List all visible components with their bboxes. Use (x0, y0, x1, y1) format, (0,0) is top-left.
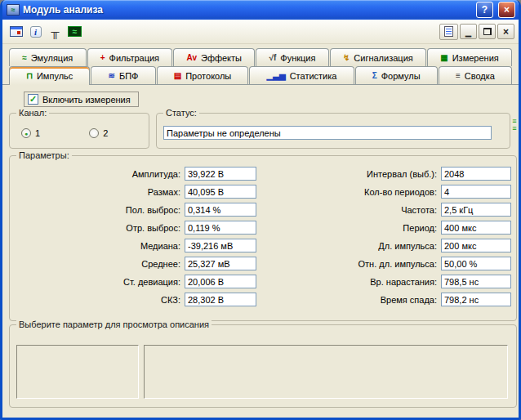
param-label: Ст. девиация: (18, 277, 185, 287)
module-window-icon[interactable] (7, 22, 25, 41)
description-text-panel[interactable] (144, 345, 508, 399)
tab-label: Формулы (381, 71, 421, 81)
radio-label: 1 (35, 128, 40, 138)
tab-impulse[interactable]: ⊓ Импульс (9, 66, 90, 85)
mini-window-glyph (10, 26, 23, 37)
tab-label: Измерения (452, 53, 499, 63)
param-row: Частота: (269, 203, 511, 217)
field-neg-overshoot[interactable] (185, 221, 256, 235)
param-row: Ст. девиация: (18, 275, 256, 288)
tab-protocols[interactable]: ▤ Протоколы (157, 66, 249, 84)
minimize-button[interactable]: ▁ (460, 24, 477, 39)
tab-filtering[interactable]: + Фильтрация (87, 48, 173, 66)
radio-circle[interactable]: ● (21, 128, 31, 138)
field-std-deviation[interactable] (185, 275, 256, 288)
field-period[interactable] (441, 221, 511, 235)
tab-signaling[interactable]: ↯ Сигнализация (330, 48, 426, 66)
child-close-button[interactable]: × (497, 24, 514, 39)
tab-label: Эффекты (201, 53, 242, 63)
report-icon (444, 26, 453, 37)
help-button[interactable]: ? (476, 2, 493, 18)
param-row: Кол-во периодов: (269, 185, 511, 199)
field-pulse-width[interactable] (441, 239, 511, 252)
protocols-icon: ▤ (174, 72, 181, 80)
analysis-module-window: ≈ Модуль анализа ? × i ╥ ≈ ▁ × ≈ Эмуляци… (0, 0, 521, 420)
scope-glyph: ≈ (68, 26, 82, 37)
field-median[interactable] (185, 239, 256, 252)
restore-button[interactable] (479, 24, 496, 39)
emulation-icon: ≈ (22, 54, 27, 62)
tab-measurements[interactable]: ▦ Измерения (427, 48, 512, 66)
field-rise-time[interactable] (441, 275, 511, 288)
tab-label: БПФ (119, 71, 139, 81)
tab-row-2: ⊓ Импульс ≋ БПФ ▤ Протоколы ▁▃▅ Статисти… (9, 66, 512, 84)
restore-icon (483, 28, 492, 35)
app-icon: ≈ (7, 4, 20, 16)
tab-fft[interactable]: ≋ БПФ (91, 66, 155, 84)
field-fall-time[interactable] (441, 293, 511, 306)
tab-label: Эмуляция (31, 53, 73, 63)
field-mean[interactable] (185, 257, 256, 270)
channel-group-label: Канал: (16, 108, 49, 118)
connector-glyph: ╥ (51, 25, 60, 38)
field-pos-overshoot[interactable] (185, 203, 256, 217)
signaling-icon: ↯ (343, 54, 350, 62)
param-row: Время спада: (269, 293, 511, 306)
field-duty-cycle[interactable] (441, 257, 511, 270)
channel-2-radio[interactable]: 2 (89, 128, 108, 138)
param-row: Отн. дл. импульса: (269, 257, 511, 270)
measurements-icon: ▦ (440, 54, 448, 62)
status-field[interactable] (163, 126, 492, 140)
field-peak-to-peak[interactable] (185, 185, 256, 199)
param-label: Частота: (269, 205, 441, 215)
param-label: Вр. нарастания: (269, 277, 441, 287)
tab-summary[interactable]: ≡ Сводка (439, 66, 512, 84)
param-row: Медиана: (18, 239, 256, 252)
parameters-left-column: Амплитуда: Размах: Пол. выброс: Отр. выб… (18, 167, 256, 306)
status-group-label: Статус: (163, 108, 199, 118)
field-amplitude[interactable] (185, 167, 256, 181)
titlebar[interactable]: ≈ Модуль анализа ? × (2, 0, 519, 20)
tab-function[interactable]: √f Функция (256, 48, 328, 66)
param-row: Дл. импульса: (269, 239, 511, 252)
param-label: Время спада: (269, 295, 441, 305)
tab-statistics[interactable]: ▁▃▅ Статистика (249, 66, 354, 84)
tab-row-1: ≈ Эмуляция + Фильтрация Av Эффекты √f Фу… (9, 48, 512, 66)
channel-1-radio[interactable]: ● 1 (21, 128, 40, 138)
field-interval-samples[interactable] (441, 167, 511, 181)
description-list-panel[interactable] (16, 345, 139, 399)
fft-icon: ≋ (109, 72, 115, 80)
field-rms[interactable] (185, 293, 256, 306)
param-label: Отр. выброс: (18, 223, 185, 233)
parameters-group: Параметры: Амплитуда: Размах: Пол. выбро… (9, 155, 517, 321)
tab-formulas[interactable]: Σ Формулы (355, 66, 438, 84)
status-side-icons[interactable]: ≡ ≡ (510, 118, 519, 132)
field-period-count[interactable] (441, 185, 511, 199)
param-label: СКЗ: (18, 295, 185, 305)
tabstrip: ≈ Эмуляция + Фильтрация Av Эффекты √f Фу… (2, 44, 519, 85)
tab-emulation[interactable]: ≈ Эмуляция (9, 48, 87, 66)
toolbar-right: ▁ × (439, 24, 514, 40)
param-row: Среднее: (18, 257, 256, 270)
impulse-icon: ⊓ (26, 72, 33, 80)
connector-icon[interactable]: ╥ (46, 22, 65, 41)
param-row: Отр. выброс: (18, 221, 256, 235)
param-label: Период: (269, 223, 441, 233)
radio-label: 2 (103, 128, 108, 138)
close-button[interactable]: × (498, 2, 515, 18)
checkbox-mark[interactable]: ✓ (28, 94, 38, 105)
field-frequency[interactable] (441, 203, 511, 217)
tab-effects[interactable]: Av Эффекты (173, 48, 255, 66)
radio-circle[interactable] (89, 128, 99, 138)
enable-measurements-checkbox[interactable]: ✓ Включить измерения (24, 92, 139, 107)
tab-label: Функция (280, 53, 315, 63)
description-group: Выберите параметр для просмотра описания (9, 324, 517, 408)
filter-icon: + (100, 54, 105, 62)
parameters-right-column: Интервал (выб.): Кол-во периодов: Частот… (269, 167, 511, 306)
impulse-tab-page: ✓ Включить измерения Канал: ● 1 2 Статус… (2, 85, 519, 418)
info-icon[interactable]: i (26, 22, 45, 41)
param-label: Отн. дл. импульса: (269, 259, 441, 269)
status-side-icon-bottom[interactable]: ≡ (512, 125, 516, 132)
report-button[interactable] (439, 24, 458, 40)
waveform-icon[interactable]: ≈ (65, 22, 84, 41)
